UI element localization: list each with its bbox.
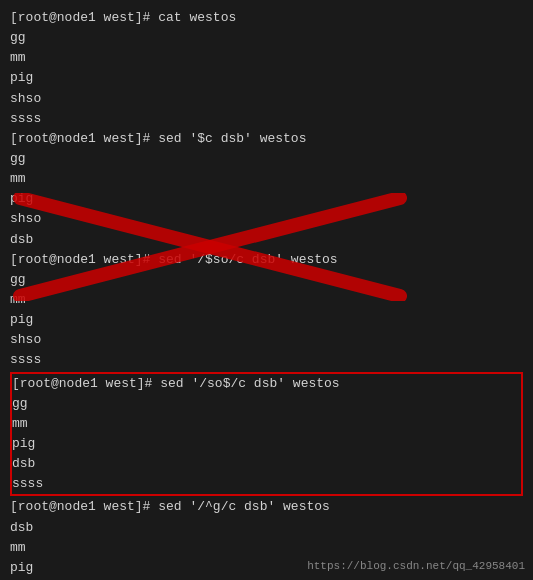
line-7: [root@node1 west]# sed '$c dsb' westos bbox=[10, 129, 523, 149]
line-27: mm bbox=[10, 538, 523, 558]
terminal-window: [root@node1 west]# cat westos gg mm pig … bbox=[0, 0, 533, 580]
line-14: gg bbox=[10, 270, 523, 290]
line-23: dsb bbox=[12, 454, 521, 474]
line-5: shso bbox=[10, 89, 523, 109]
line-3: mm bbox=[10, 48, 523, 68]
line-11: shso bbox=[10, 209, 523, 229]
watermark: https://blog.csdn.net/qq_42958401 bbox=[307, 560, 525, 572]
line-1: [root@node1 west]# cat westos bbox=[10, 8, 523, 28]
line-15: mm bbox=[10, 290, 523, 310]
line-2: gg bbox=[10, 28, 523, 48]
line-6: ssss bbox=[10, 109, 523, 129]
line-13: [root@node1 west]# sed '/$so/c dsb' west… bbox=[10, 250, 523, 270]
line-24: ssss bbox=[12, 474, 521, 494]
line-21: mm bbox=[12, 414, 521, 434]
line-8: gg bbox=[10, 149, 523, 169]
line-16: pig bbox=[10, 310, 523, 330]
line-9: mm bbox=[10, 169, 523, 189]
line-10: pig bbox=[10, 189, 523, 209]
line-12: dsb bbox=[10, 230, 523, 250]
line-20: gg bbox=[12, 394, 521, 414]
line-19: [root@node1 west]# sed '/so$/c dsb' west… bbox=[12, 374, 521, 394]
line-22: pig bbox=[12, 434, 521, 454]
correct-box: [root@node1 west]# sed '/so$/c dsb' west… bbox=[10, 372, 523, 497]
line-18: ssss bbox=[10, 350, 523, 370]
line-26: dsb bbox=[10, 518, 523, 538]
prompt-text: [root@node1 west]# cat westos bbox=[10, 10, 236, 25]
line-4: pig bbox=[10, 68, 523, 88]
line-17: shso bbox=[10, 330, 523, 350]
line-25: [root@node1 west]# sed '/^g/c dsb' westo… bbox=[10, 497, 523, 517]
